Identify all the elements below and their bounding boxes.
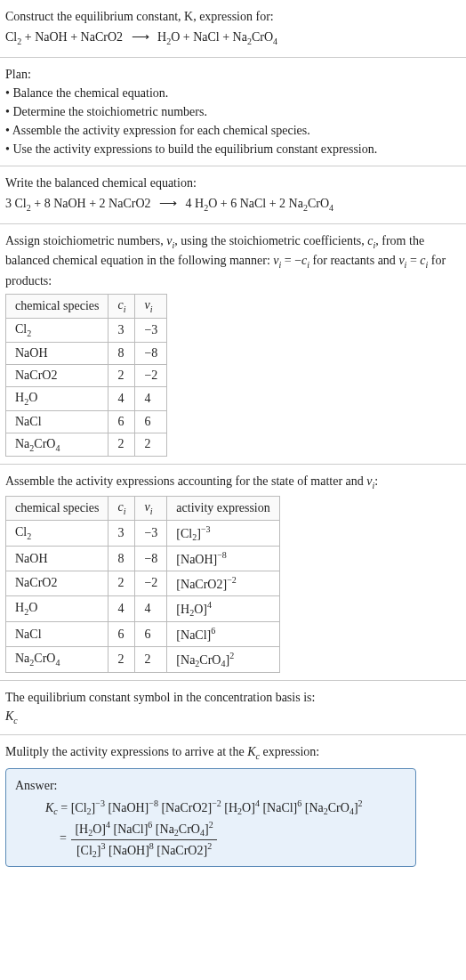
ci-cell: 2 [108,364,135,386]
assemble-text-a: Assemble the activity expressions accoun… [5,474,366,488]
table-header-row: chemical species ci νi activity expressi… [6,497,280,521]
stoich-table: chemical species ci νi Cl2 3 −3 NaOH 8 −… [5,294,167,457]
table-row: Cl2 3 −3 [6,318,167,342]
eq1-mid: = − [281,254,301,267]
term: [Cl [76,843,92,856]
nui-cell: 6 [135,410,167,433]
nui-cell: −2 [135,364,167,386]
activity-cell: [NaCl]6 [167,622,279,647]
k-sub: c [13,716,17,725]
assign-section: Assign stoichiometric numbers, νi, using… [0,224,466,466]
product-cro: CrO [252,30,273,44]
nui-cell: 2 [135,433,167,457]
answer-label: Answer: [15,776,406,795]
plan-section: Plan: • Balance the chemical equation. •… [0,58,466,166]
term-exp: −8 [149,798,158,808]
term-exp: 2 [207,841,212,851]
sp-sub: 2 [27,328,31,338]
nui-cell: −3 [135,520,167,546]
table-row: NaCrO2 2 −2 [6,364,167,386]
term: [Na [301,801,324,814]
plan-step-3: • Assemble the activity expression for e… [5,121,461,140]
species-cell: Na2CrO4 [6,433,108,457]
bal-h2o: 4 H [182,197,204,210]
species-cell: NaCl [6,622,108,647]
term-exp: 2 [209,820,213,830]
plan-step-2: • Determine the stoichiometric numbers. [5,102,461,121]
bal-mid: + 8 NaOH + 2 NaCrO2 [31,197,154,210]
kc-expression-line1: Kc = [Cl2]−3 [NaOH]−8 [NaCrO2]−2 [H2O]4 … [15,795,406,820]
k-letter: K [247,745,255,758]
species-cell: Na2CrO4 [6,646,108,672]
term-exp: 2 [358,798,363,808]
nui-cell: 2 [135,646,167,672]
table-row: Cl2 3 −3 [Cl2]−3 [6,520,280,546]
term: [H [75,822,88,836]
ae-b: O] [194,602,207,615]
bal-cl2: 3 Cl [5,197,27,210]
products-mid: O + NaCl + Na [171,30,247,44]
product-h2o-h: H [155,30,167,44]
nui-cell: 6 [135,622,167,647]
ci-cell: 3 [108,318,135,342]
ci-cell: 2 [108,646,135,672]
symbol-section: The equilibrium constant symbol in the c… [0,681,466,735]
ci-cell: 4 [108,595,135,621]
ci-cell: 6 [108,622,135,647]
ci-cell: 4 [108,386,135,410]
term-b: CrO [179,822,200,836]
col-species: chemical species [6,295,108,319]
term: [NaOH] [105,843,149,856]
sp: Na [15,652,29,665]
ci-cell: 8 [108,547,135,571]
ae-exp: 2 [229,651,234,660]
prompt-text: Construct the equilibrium constant, K, e… [5,7,461,26]
term: [NaOH] [105,801,149,814]
nui-sub: i [150,506,153,516]
term-b: CrO [328,801,350,814]
sp-b: CrO [34,437,55,450]
assign-text: Assign stoichiometric numbers, νi, using… [5,231,461,291]
table-row: NaOH 8 −8 [6,342,167,364]
ae-exp: −3 [201,524,211,534]
ci-cell: 3 [108,520,135,546]
balanced-section: Write the balanced chemical equation: 3 … [0,166,466,224]
ae-exp: −8 [217,550,227,560]
sp-b: O [28,601,37,614]
product-cro-sub: 4 [273,36,277,46]
table-row: NaCrO2 2 −2 [NaCrO2]−2 [6,571,280,596]
sp: Cl [15,525,27,539]
nui-sub: i [150,304,153,314]
bal-cro-sub: 4 [329,203,333,213]
term: [H [221,801,237,814]
multiply-text-b: expression: [260,745,319,758]
table-row: NaOH 8 −8 [NaOH]−8 [6,547,280,571]
species-cell: Cl2 [6,318,108,342]
bal-rhs-mid: O + 6 NaCl + 2 Na [208,197,303,210]
fraction: [H2O]4 [NaCl]6 [Na2CrO4]2 [Cl2]3 [NaOH]8… [69,820,218,859]
balanced-equation: 3 Cl2 + 8 NaOH + 2 NaCrO2 ⟶ 4 H2O + 6 Na… [5,192,461,216]
arrow-icon: ⟶ [154,197,182,210]
assemble-text-b: : [374,474,378,488]
plan-heading: Plan: [5,65,461,84]
plan-step-4: • Use the activity expressions to build … [5,140,461,158]
col-species: chemical species [6,497,108,521]
sp-b: CrO [34,652,55,665]
table-row: NaCl 6 6 [6,410,167,433]
ae: [NaCrO2] [176,578,227,591]
ci-sub: i [124,304,126,314]
arrow-icon: ⟶ [126,30,155,44]
fraction-numerator: [H2O]4 [NaCl]6 [Na2CrO4]2 [71,820,216,839]
kc-symbol: Kc [5,707,461,727]
col-nui: νi [135,295,167,319]
sp-b: O [28,391,37,404]
term-b: O] [92,822,106,836]
sp-sub: 2 [27,531,31,541]
species-cell: H2O [6,595,108,621]
activity-cell: [Cl2]−3 [167,520,279,546]
ae-exp: 6 [211,626,215,636]
k-letter: K [5,709,13,723]
term: [NaCrO2] [158,801,212,814]
assign-text-d: for reactants and [309,254,398,267]
species-cell: NaCl [6,410,108,433]
